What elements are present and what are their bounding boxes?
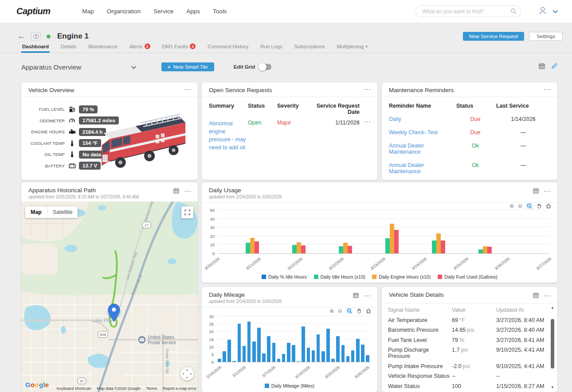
- zoom-out-icon[interactable]: ⊖: [518, 203, 522, 209]
- tab-run-logs[interactable]: Run Logs: [259, 43, 283, 53]
- calendar-icon[interactable]: [533, 187, 539, 195]
- tile-title: Apparatus Historical Path: [28, 187, 139, 194]
- bar: [282, 354, 286, 362]
- attr-report-a-map-error[interactable]: Report a map error: [163, 386, 196, 391]
- reminder-link[interactable]: Annual Dealer Maintenance: [389, 143, 454, 155]
- scroll-down-icon[interactable]: ▼: [549, 385, 556, 389]
- pan-hand-icon[interactable]: [537, 203, 542, 209]
- engine-icon: [68, 129, 76, 135]
- zoom-in-icon[interactable]: ⊕: [509, 203, 514, 209]
- map-pan-control[interactable]: [180, 367, 194, 380]
- x-tick-label: 3/21/2026: [245, 256, 262, 271]
- tile-menu-icon[interactable]: ···: [544, 294, 551, 298]
- bar-group: [381, 210, 399, 253]
- odometer-icon: [68, 117, 76, 124]
- edit-grid-toggle[interactable]: [259, 64, 271, 70]
- edit-pencil-icon[interactable]: [551, 63, 557, 71]
- tab-command-history[interactable]: Command History: [207, 43, 249, 53]
- new-service-request-button[interactable]: New Service Request: [463, 32, 525, 41]
- tab-label: DM1 Faults: [162, 44, 188, 49]
- legend-item[interactable]: Daily Idle Hours (x10): [314, 274, 365, 279]
- y-tick-label: 25: [209, 322, 214, 326]
- tile-menu-icon[interactable]: ···: [364, 87, 371, 92]
- bar: [301, 245, 306, 253]
- scroll-up-icon[interactable]: ▲: [549, 306, 556, 310]
- attr-keyboard-shortcuts[interactable]: Keyboard shortcuts: [57, 386, 91, 391]
- attr-terms[interactable]: Terms: [146, 386, 157, 391]
- map-type-map-button[interactable]: Map: [25, 206, 47, 218]
- zoom-out-icon[interactable]: ⊖: [338, 308, 342, 314]
- bar: [292, 245, 297, 253]
- legend-label: Daily Fuel Used (Gallons): [444, 274, 498, 279]
- bar: [356, 339, 360, 362]
- tile-menu-icon[interactable]: ···: [544, 189, 551, 194]
- nav-map[interactable]: Map: [82, 8, 94, 15]
- map-canvas[interactable]: Lee Jackson Hwy Lee Jackson Hwy Hwy 17/9…: [21, 202, 198, 392]
- calendar-icon[interactable]: [539, 63, 545, 71]
- reminder-row: Annual Dealer MaintenanceOk—: [382, 162, 557, 175]
- alert-count-badge: 2: [190, 43, 196, 49]
- search-icon[interactable]: [510, 8, 517, 16]
- reminder-link[interactable]: Annual Dealer Maintenance: [389, 162, 454, 175]
- row-menu-icon[interactable]: ···: [361, 120, 371, 152]
- tile-menu-icon[interactable]: ···: [544, 87, 551, 92]
- legend-item[interactable]: Daily Mileage (Miles): [265, 383, 314, 388]
- pan-hand-icon[interactable]: [357, 308, 362, 314]
- tile-menu-icon[interactable]: ···: [364, 294, 371, 298]
- captium-logo[interactable]: Captium: [16, 6, 51, 16]
- map-type-satellite-button[interactable]: Satellite: [47, 206, 78, 218]
- stat-label: COOLANT TEMP: [27, 141, 65, 146]
- scrollbar-thumb[interactable]: [551, 319, 554, 369]
- settings-button[interactable]: Settings: [529, 32, 563, 41]
- tab-subscriptions[interactable]: Subscriptions: [294, 43, 326, 53]
- tile-menu-icon[interactable]: ···: [184, 189, 192, 194]
- reminder-link[interactable]: Weekly Check- Test: [389, 129, 454, 136]
- global-search: [415, 5, 521, 17]
- signal-value: --: [452, 373, 494, 379]
- user-menu[interactable]: [538, 6, 559, 17]
- status-value: Due: [456, 129, 494, 136]
- view-selector-dropdown[interactable]: Apparatus Overview: [21, 63, 137, 71]
- attr-map-data-2026-google[interactable]: Map data ©2026 Google: [97, 386, 140, 391]
- legend-item[interactable]: Daily Fuel Used (Gallons): [438, 274, 498, 279]
- daily-usage-tile: Daily Usage updated from 2/24/2026 to 3/…: [202, 182, 557, 283]
- google-logo[interactable]: Google: [25, 381, 49, 388]
- column-header: Service Request Date: [313, 103, 360, 115]
- tile-title: Vehicle Overview: [28, 87, 74, 93]
- back-button[interactable]: ←: [18, 32, 25, 41]
- bar: [351, 350, 355, 362]
- legend-item[interactable]: Daily Engine Hours (x10): [372, 274, 431, 279]
- reset-home-icon[interactable]: [366, 308, 371, 314]
- calendar-icon[interactable]: [353, 292, 359, 300]
- search-input[interactable]: [415, 5, 521, 17]
- box-zoom-icon[interactable]: [346, 308, 353, 314]
- tab-multiplexing[interactable]: Multiplexing▾: [336, 43, 368, 53]
- tile-menu-icon[interactable]: ···: [184, 87, 192, 92]
- nav-service[interactable]: Service: [153, 8, 173, 15]
- nav-organization[interactable]: Organization: [107, 8, 141, 15]
- legend-item[interactable]: Daily % Idle Hours: [262, 274, 306, 279]
- box-zoom-icon[interactable]: [526, 203, 533, 209]
- online-status-dot: [47, 35, 51, 39]
- tab-alerts[interactable]: Alerts2: [129, 43, 151, 53]
- bar: [385, 238, 390, 253]
- tab-maintenance[interactable]: Maintenance: [87, 43, 118, 53]
- bar: [262, 353, 266, 362]
- service-request-link[interactable]: Abnormal engine pressure - may need to a…: [209, 120, 246, 152]
- asset-thumbnail camera-icon[interactable]: [31, 33, 41, 40]
- calendar-icon[interactable]: [173, 187, 179, 195]
- tab-dashboard[interactable]: Dashboard: [21, 43, 50, 53]
- map-fullscreen-button[interactable]: [181, 206, 193, 218]
- bar: [348, 246, 352, 253]
- user-icon: [538, 6, 548, 17]
- zoom-in-icon[interactable]: ⊕: [329, 308, 334, 314]
- tab-dm1-faults[interactable]: DM1 Faults2: [161, 43, 197, 53]
- calendar-icon[interactable]: [533, 292, 539, 300]
- nav-tools[interactable]: Tools: [213, 8, 227, 15]
- reset-home-icon[interactable]: [546, 203, 551, 209]
- new-smart-tile-button[interactable]: +New Smart Tile: [161, 62, 214, 71]
- y-tick-label: 40: [210, 216, 215, 221]
- reminder-link[interactable]: Daily: [389, 116, 454, 122]
- nav-apps[interactable]: Apps: [186, 8, 200, 15]
- tab-details[interactable]: Details: [60, 43, 77, 53]
